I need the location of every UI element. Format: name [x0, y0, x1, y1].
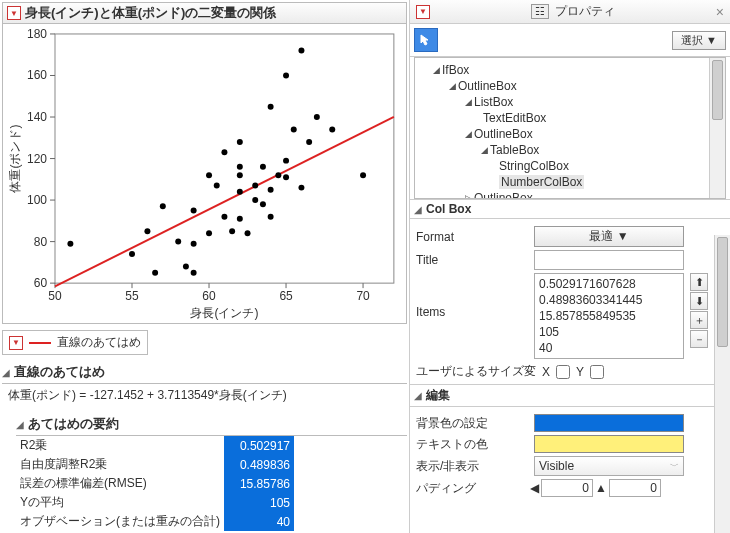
- stat-value: 0.489836: [224, 455, 294, 474]
- edit-header[interactable]: ◢ 編集: [410, 384, 730, 407]
- svg-text:60: 60: [202, 289, 216, 303]
- stat-value: 0.502917: [224, 436, 294, 455]
- pad-top-input[interactable]: [609, 479, 661, 497]
- tree-node[interactable]: ◢ListBox: [417, 94, 723, 110]
- fit-equation: 体重(ポンド) = -127.1452 + 3.7113549*身長(インチ): [2, 384, 407, 407]
- select-button[interactable]: 選択 ▼: [672, 31, 726, 50]
- section-summary-title: あてはめの要約: [28, 415, 119, 433]
- svg-point-37: [191, 270, 197, 276]
- svg-point-61: [291, 126, 297, 132]
- stat-label: 誤差の標準偏差(RMSE): [16, 474, 224, 493]
- chart-title: 身長(インチ)と体重(ポンド)の二変量の関係: [25, 4, 276, 22]
- tree-node[interactable]: ◢OutlineBox: [417, 126, 723, 142]
- section-fit-title: 直線のあてはめ: [14, 363, 105, 381]
- visibility-select[interactable]: Visible﹀: [534, 456, 684, 476]
- left-titlebar: 身長(インチ)と体重(ポンド)の二変量の関係: [2, 2, 407, 24]
- textcolor-label: テキストの色: [416, 436, 528, 453]
- svg-text:体重(ポンド): 体重(ポンド): [8, 125, 22, 193]
- svg-point-50: [252, 183, 258, 189]
- chevron-down-icon: ◢: [2, 367, 10, 378]
- svg-point-44: [237, 172, 243, 178]
- tree-node[interactable]: NumberColBox: [417, 174, 723, 190]
- svg-text:55: 55: [125, 289, 139, 303]
- disclose-icon[interactable]: [9, 336, 23, 350]
- scrollbar[interactable]: [714, 235, 730, 533]
- stat-label: 自由度調整R2乗: [16, 455, 224, 474]
- colbox-heading: Col Box: [426, 202, 471, 216]
- svg-point-32: [160, 203, 166, 209]
- svg-point-40: [214, 183, 220, 189]
- item-up-button[interactable]: ⬆: [690, 273, 708, 291]
- usersize-y-checkbox[interactable]: [590, 365, 604, 379]
- close-icon[interactable]: ×: [716, 4, 724, 20]
- stat-value: 40: [224, 512, 294, 531]
- disclose-icon[interactable]: [416, 5, 430, 19]
- legend-fit-line[interactable]: 直線のあてはめ: [2, 330, 148, 355]
- tree-node[interactable]: ◢IfBox: [417, 62, 723, 78]
- title-input[interactable]: [534, 250, 684, 270]
- stat-value: 15.85786: [224, 474, 294, 493]
- chevron-down-icon: ◢: [414, 390, 422, 401]
- textcolor-swatch[interactable]: [534, 435, 684, 453]
- bgcolor-label: 背景色の設定: [416, 415, 528, 432]
- tree-node[interactable]: TextEditBox: [417, 110, 723, 126]
- bgcolor-swatch[interactable]: [534, 414, 684, 432]
- svg-point-52: [260, 164, 266, 170]
- colbox-header[interactable]: ◢ Col Box: [410, 199, 730, 219]
- svg-text:80: 80: [34, 235, 48, 249]
- svg-point-64: [306, 139, 312, 145]
- svg-point-29: [129, 251, 135, 257]
- section-summary-header[interactable]: ◢ あてはめの要約: [16, 413, 407, 436]
- edit-heading: 編集: [426, 387, 450, 404]
- list-item[interactable]: 0.48983603341445: [539, 292, 679, 308]
- svg-text:140: 140: [27, 110, 47, 124]
- svg-point-31: [152, 270, 158, 276]
- scrollbar[interactable]: [709, 58, 725, 198]
- tree-node[interactable]: StringColBox: [417, 158, 723, 174]
- svg-rect-0: [55, 34, 394, 283]
- tree-node[interactable]: ◢TableBox: [417, 142, 723, 158]
- svg-point-54: [268, 104, 274, 110]
- svg-point-51: [252, 197, 258, 203]
- svg-point-39: [206, 230, 212, 236]
- item-add-button[interactable]: ＋: [690, 311, 708, 329]
- stat-label: オブザベーション(または重みの合計): [16, 512, 224, 531]
- pad-left-input[interactable]: [541, 479, 593, 497]
- svg-point-28: [67, 241, 73, 247]
- format-label: Format: [416, 230, 528, 244]
- item-down-button[interactable]: ⬇: [690, 292, 708, 310]
- format-button[interactable]: 最適 ▼: [534, 226, 684, 247]
- svg-point-60: [283, 73, 289, 79]
- properties-titlebar: ☷ プロパティ ×: [410, 0, 730, 24]
- svg-point-56: [268, 214, 274, 220]
- items-list[interactable]: 0.50291716076280.4898360334144515.857855…: [534, 273, 684, 359]
- summary-table: R2乗0.502917自由度調整R2乗0.489836誤差の標準偏差(RMSE)…: [16, 436, 294, 531]
- list-item[interactable]: 40: [539, 340, 679, 356]
- arrow-up-icon: ▲: [595, 481, 607, 495]
- list-item[interactable]: 105: [539, 324, 679, 340]
- svg-text:身長(インチ): 身長(インチ): [190, 306, 258, 320]
- displaybox-tree[interactable]: ◢IfBox◢OutlineBox◢ListBoxTextEditBox◢Out…: [414, 57, 726, 199]
- svg-point-57: [275, 172, 281, 178]
- svg-line-27: [55, 117, 394, 287]
- disclose-icon[interactable]: [7, 6, 21, 20]
- usersize-x-checkbox[interactable]: [556, 365, 570, 379]
- section-fit-header[interactable]: ◢ 直線のあてはめ: [2, 361, 407, 384]
- svg-point-53: [260, 201, 266, 207]
- title-label: Title: [416, 253, 528, 267]
- svg-text:160: 160: [27, 68, 47, 82]
- svg-point-38: [206, 172, 212, 178]
- tree-node[interactable]: ▷OutlineBox: [417, 190, 723, 199]
- scatter-chart[interactable]: 50556065706080100120140160180身長(インチ)体重(ポ…: [2, 24, 407, 324]
- list-item[interactable]: 0.5029171607628: [539, 276, 679, 292]
- properties-toolbar: 選択 ▼: [410, 24, 730, 57]
- properties-icon: ☷: [531, 4, 549, 19]
- inspect-button[interactable]: [414, 28, 438, 52]
- list-item[interactable]: 15.857855849535: [539, 308, 679, 324]
- item-remove-button[interactable]: －: [690, 330, 708, 348]
- tree-node[interactable]: ◢OutlineBox: [417, 78, 723, 94]
- svg-point-42: [221, 214, 227, 220]
- svg-text:100: 100: [27, 193, 47, 207]
- svg-text:180: 180: [27, 27, 47, 41]
- svg-point-48: [237, 216, 243, 222]
